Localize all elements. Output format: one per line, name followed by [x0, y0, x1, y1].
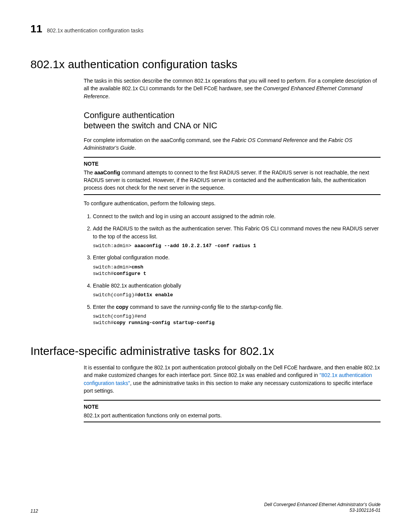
page: 11 802.1x authentication configuration t…: [0, 0, 411, 532]
step-1: Connect to the switch and log in using a…: [93, 212, 381, 220]
subsection-heading-configure-auth: Configure authentication between the swi…: [84, 110, 381, 131]
text: .: [134, 145, 136, 151]
text: Enter the: [93, 304, 116, 310]
note-rule: [84, 157, 381, 158]
note-label: NOTE: [84, 403, 381, 411]
step-text: Enter global configuration mode.: [93, 254, 170, 260]
note-rule: [84, 400, 381, 401]
text: and the: [307, 137, 328, 143]
steps-list: Connect to the switch and log in using a…: [84, 212, 381, 326]
code-block: switch:admin>cmsh switch#configure t: [93, 264, 381, 277]
chapter-number: 11: [30, 23, 42, 35]
text: command attempts to connect to the first…: [84, 169, 369, 191]
page-number: 112: [30, 508, 38, 514]
code-prompt: switch#: [93, 271, 114, 276]
doc-number: 53-1002116-01: [264, 508, 381, 514]
code-prompt: switch:admin>: [93, 264, 131, 270]
note-body: The aaaConfig command attempts to connec…: [84, 169, 381, 192]
step-text: Add the RADIUS to the switch as the auth…: [93, 225, 379, 239]
section2-body: It is essential to configure the 802.1x …: [84, 364, 381, 422]
step-4: Enable 802.1x authentication globally sw…: [93, 282, 381, 299]
note-label: NOTE: [84, 160, 381, 168]
section-heading-interface-tasks: Interface-specific administrative tasks …: [30, 345, 381, 358]
note-rule: [84, 194, 381, 195]
text: command to save the: [128, 304, 182, 310]
command-name: aaaConfig: [94, 169, 120, 176]
code-prompt: switch:admin>: [93, 243, 134, 249]
code-block: switch(config)#end switch#copy running-c…: [93, 313, 381, 326]
running-header: 11 802.1x authentication configuration t…: [30, 23, 381, 35]
text: .: [108, 93, 110, 99]
step-3: Enter global configuration mode. switch:…: [93, 254, 381, 277]
code-command: cmsh: [131, 264, 143, 270]
text: For complete information on the aaaConfi…: [84, 137, 231, 143]
text: file to the: [216, 304, 241, 310]
command-name: copy: [116, 304, 129, 310]
section2-para: It is essential to configure the 802.1x …: [84, 364, 381, 395]
code-prompt: switch(config)#: [93, 292, 137, 298]
note-rule: [84, 422, 381, 422]
code-line: switch(config)#end: [93, 313, 146, 319]
footer-right: Dell Converged Enhanced Ethernet Adminis…: [264, 502, 381, 514]
step-text: Enable 802.1x authentication globally: [93, 283, 181, 289]
text: file.: [273, 304, 283, 310]
filename-italic: running-config: [182, 304, 216, 310]
filename-italic: startup-config: [241, 304, 273, 310]
doc-title: Dell Converged Enhanced Ethernet Adminis…: [264, 502, 381, 508]
heading-line2: between the switch and CNA or NIC: [84, 121, 217, 130]
step-text: Connect to the switch and log in using a…: [93, 213, 276, 219]
step-5: Enter the copy command to save the runni…: [93, 303, 381, 326]
doc-ref-italic: Fabric OS Command Reference: [231, 137, 307, 143]
section1-intro: The tasks in this section describe the c…: [84, 77, 381, 100]
note-body: 802.1x port authentication functions onl…: [84, 412, 381, 419]
section-heading-auth-tasks: 802.1x authentication configuration task…: [30, 58, 381, 71]
code-command: aaaconfig --add 10.2.2.147 -conf radius …: [134, 243, 256, 249]
code-block: switch:admin> aaaconfig --add 10.2.2.147…: [93, 243, 381, 249]
heading-line1: Configure authentication: [84, 110, 175, 120]
step-2: Add the RADIUS to the switch as the auth…: [93, 225, 381, 249]
subsection-para1: For complete information on the aaaConfi…: [84, 136, 381, 152]
code-prompt: switch#: [93, 320, 114, 326]
page-footer: 112 Dell Converged Enhanced Ethernet Adm…: [30, 502, 381, 514]
chapter-title: 802.1x authentication configuration task…: [47, 27, 143, 34]
code-command: copy running-config startup-config: [114, 320, 215, 326]
code-block: switch(config)#dot1x enable: [93, 292, 381, 299]
code-command: dot1x enable: [137, 292, 173, 298]
section1-body: The tasks in this section describe the c…: [84, 77, 381, 326]
steps-lead: To configure authentication, perform the…: [84, 200, 381, 207]
text: The: [84, 169, 94, 176]
code-command: configure t: [114, 271, 147, 276]
